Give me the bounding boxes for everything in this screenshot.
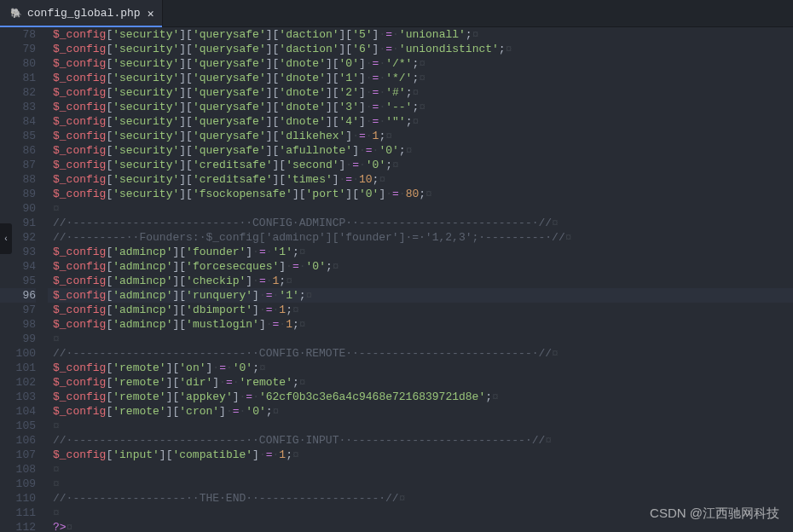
- code-line[interactable]: $_config['remote']['cron']·=·'0';¤: [48, 404, 793, 419]
- code-line[interactable]: ¤: [48, 462, 793, 477]
- line-number: 94: [0, 259, 36, 274]
- line-number: 98: [0, 317, 36, 332]
- code-line[interactable]: $_config['remote']['appkey']·=·'62cf0b3c…: [48, 390, 793, 404]
- code-line[interactable]: $_config['security']['querysafe']['dlike…: [48, 129, 793, 143]
- code-line[interactable]: $_config['admincp']['forcesecques']·=·'0…: [48, 259, 793, 274]
- code-line[interactable]: $_config['admincp']['checkip']·=·1;¤: [48, 274, 793, 288]
- code-line[interactable]: $_config['remote']['dir']·=·'remote';¤: [48, 375, 793, 390]
- line-number: 101: [0, 361, 36, 375]
- code-line[interactable]: $_config['security']['creditsafe']['time…: [48, 172, 793, 187]
- line-number: 82: [0, 85, 36, 100]
- code-line[interactable]: $_config['admincp']['founder']·=·'1';¤: [48, 245, 793, 259]
- code-line[interactable]: $_config['remote']['on']·=·'0';¤: [48, 361, 793, 375]
- code-line[interactable]: ¤: [48, 201, 793, 216]
- line-number: 97: [0, 303, 36, 317]
- line-number: 81: [0, 71, 36, 85]
- line-number: 79: [0, 42, 36, 56]
- code-line[interactable]: ¤: [48, 477, 793, 491]
- line-number: 95: [0, 274, 36, 288]
- line-number: 103: [0, 390, 36, 404]
- php-file-icon: 🐘: [10, 8, 22, 19]
- code-line[interactable]: //·--------------------------··CONFIG·RE…: [48, 346, 793, 361]
- code-line[interactable]: $_config['security']['querysafe']['afull…: [48, 143, 793, 158]
- code-line[interactable]: $_config['security']['creditsafe']['seco…: [48, 158, 793, 172]
- close-icon[interactable]: ✕: [148, 7, 154, 20]
- line-number: 87: [0, 158, 36, 172]
- code-line[interactable]: $_config['security']['querysafe']['dnote…: [48, 114, 793, 129]
- code-line[interactable]: $_config['security']['querysafe']['dacti…: [48, 27, 793, 42]
- code-line[interactable]: $_config['security']['querysafe']['dnote…: [48, 100, 793, 114]
- code-line[interactable]: $_config['security']['querysafe']['dacti…: [48, 42, 793, 56]
- line-number: 88: [0, 172, 36, 187]
- code-line[interactable]: $_config['security']['querysafe']['dnote…: [48, 56, 793, 71]
- code-line[interactable]: ¤: [48, 332, 793, 346]
- line-number: 106: [0, 433, 36, 448]
- line-number: 109: [0, 477, 36, 491]
- editor: 7879808182838485868788899091929394959697…: [0, 27, 793, 532]
- code-line[interactable]: $_config['admincp']['dbimport']·=·1;¤: [48, 303, 793, 317]
- tab-filename: config_global.php: [27, 7, 141, 20]
- line-number: 83: [0, 100, 36, 114]
- line-number: 86: [0, 143, 36, 158]
- tab-bar: 🐘 config_global.php ✕: [0, 0, 793, 27]
- line-number: 107: [0, 448, 36, 462]
- code-line[interactable]: ¤: [48, 419, 793, 433]
- line-number: 80: [0, 56, 36, 71]
- chevron-left-icon: ‹: [3, 234, 9, 244]
- line-number: 89: [0, 187, 36, 201]
- line-number: 102: [0, 375, 36, 390]
- code-line[interactable]: //·--------··Founders:·$_config['admincp…: [48, 230, 793, 245]
- code-line[interactable]: ?>¤: [48, 520, 793, 532]
- panel-collapse-handle[interactable]: ‹: [0, 223, 12, 254]
- line-number: 108: [0, 462, 36, 477]
- line-number: 84: [0, 114, 36, 129]
- line-number: 110: [0, 491, 36, 506]
- code-line[interactable]: //·-----------------··THE·END··---------…: [48, 491, 793, 506]
- line-number: 112: [0, 520, 36, 532]
- code-line[interactable]: ¤: [48, 506, 793, 520]
- line-number: 99: [0, 332, 36, 346]
- code-line[interactable]: $_config['admincp']['runquery']·=·'1';¤: [48, 288, 793, 303]
- line-number: 100: [0, 346, 36, 361]
- code-line[interactable]: $_config['security']['querysafe']['dnote…: [48, 85, 793, 100]
- code-area[interactable]: $_config['security']['querysafe']['dacti…: [48, 27, 793, 532]
- line-number: 90: [0, 201, 36, 216]
- code-line[interactable]: $_config['admincp']['mustlogin']·=·1;¤: [48, 317, 793, 332]
- line-number: 85: [0, 129, 36, 143]
- code-line[interactable]: //·--------------------------··CONFIG·IN…: [48, 433, 793, 448]
- code-line[interactable]: $_config['security']['querysafe']['dnote…: [48, 71, 793, 85]
- line-number: 105: [0, 419, 36, 433]
- code-line[interactable]: //·-------------------------··CONFIG·ADM…: [48, 216, 793, 230]
- tab-config-global[interactable]: 🐘 config_global.php ✕: [0, 0, 163, 26]
- code-line[interactable]: $_config['input']['compatible']·=·1;¤: [48, 448, 793, 462]
- code-line[interactable]: $_config['security']['fsockopensafe']['p…: [48, 187, 793, 201]
- line-number-gutter: 7879808182838485868788899091929394959697…: [0, 27, 48, 532]
- line-number: 78: [0, 27, 36, 42]
- line-number: 104: [0, 404, 36, 419]
- line-number: 96: [0, 288, 36, 303]
- line-number: 111: [0, 506, 36, 520]
